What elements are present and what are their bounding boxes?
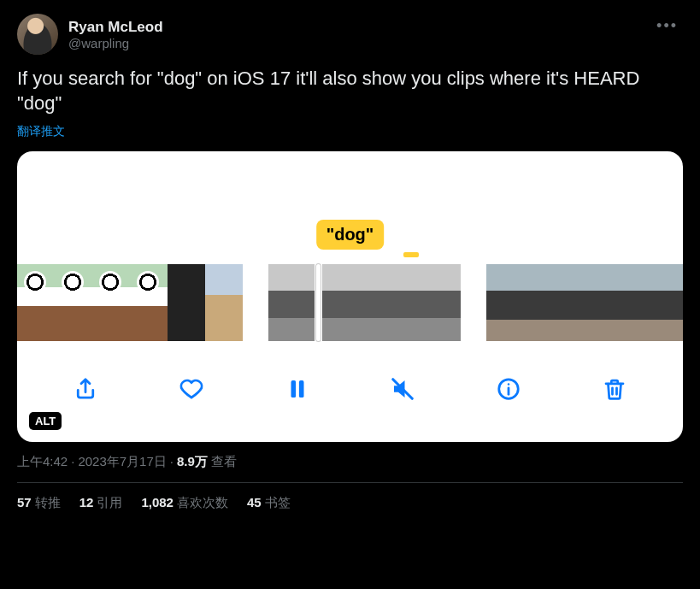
alt-badge[interactable]: ALT: [29, 412, 62, 430]
heart-icon[interactable]: [177, 374, 206, 403]
retweets-stat[interactable]: 57转推: [17, 495, 61, 511]
clip-thumbnail: [415, 264, 461, 341]
clip-thumbnail: [368, 264, 415, 341]
clip-thumbnail: [92, 264, 130, 341]
more-options-icon[interactable]: •••: [651, 14, 683, 38]
author-handle[interactable]: @warpling: [68, 36, 163, 50]
translate-link[interactable]: 翻译推文: [17, 124, 65, 139]
media-toolbar: [17, 365, 683, 413]
author-block[interactable]: Ryan McLeod @warpling: [17, 14, 163, 55]
tweet-text: If you search for "dog" on iOS 17 it'll …: [17, 67, 683, 115]
clip-thumbnail: [168, 264, 205, 341]
author-display-name[interactable]: Ryan McLeod: [68, 19, 163, 36]
media-card[interactable]: "dog": [17, 151, 683, 442]
clip-thumbnail: [268, 264, 315, 341]
quotes-stat[interactable]: 12引用: [79, 495, 123, 511]
clip-group-3[interactable]: [486, 264, 683, 341]
pause-icon[interactable]: [283, 374, 312, 403]
tag-pointer: [403, 252, 419, 257]
clip-thumbnail: [657, 264, 683, 341]
playhead-indicator[interactable]: [316, 264, 321, 341]
views-label: 查看: [211, 454, 237, 468]
clip-thumbnail: [486, 264, 521, 341]
clip-thumbnail: [130, 264, 168, 341]
info-icon[interactable]: [494, 374, 523, 403]
clip-thumbnail: [17, 264, 55, 341]
tweet-meta: 上午4:42·2023年7月17日·8.9万 查看: [17, 454, 683, 470]
clip-thumbnail: [589, 264, 623, 341]
clip-thumbnail: [205, 264, 243, 341]
divider: [17, 482, 683, 483]
author-names: Ryan McLeod @warpling: [68, 14, 163, 55]
tweet-header: Ryan McLeod @warpling •••: [17, 14, 683, 55]
video-clips-row: [17, 264, 683, 341]
share-icon[interactable]: [71, 374, 100, 403]
clip-thumbnail: [623, 264, 657, 341]
tweet-container: Ryan McLeod @warpling ••• If you search …: [0, 0, 700, 521]
clip-group-1[interactable]: [17, 264, 243, 341]
tweet-date[interactable]: 2023年7月17日: [78, 454, 166, 468]
dog-tag-bubble: "dog": [316, 220, 385, 250]
clip-thumbnail: [521, 264, 555, 341]
bookmarks-stat[interactable]: 45书签: [247, 495, 291, 511]
avatar[interactable]: [17, 14, 58, 55]
trash-icon[interactable]: [600, 374, 629, 403]
clip-thumbnail: [555, 264, 589, 341]
mute-icon[interactable]: [388, 374, 417, 403]
clip-thumbnail: [322, 264, 368, 341]
clip-thumbnail: [55, 264, 92, 341]
svg-rect-1: [298, 380, 303, 398]
clip-group-2[interactable]: [268, 264, 461, 341]
likes-stat[interactable]: 1,082喜欢次数: [141, 495, 228, 511]
engagement-stats: 57转推 12引用 1,082喜欢次数 45书签: [17, 495, 683, 511]
tweet-time[interactable]: 上午4:42: [17, 454, 68, 468]
svg-point-5: [508, 383, 510, 386]
svg-rect-0: [291, 380, 296, 398]
views-count: 8.9万: [177, 454, 208, 468]
